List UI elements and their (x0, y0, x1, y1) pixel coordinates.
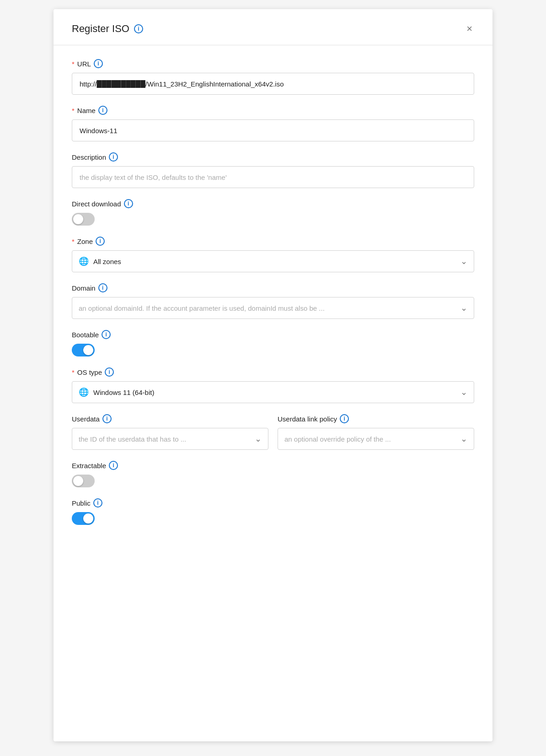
bootable-field-group: Bootable i (72, 330, 474, 356)
close-button[interactable]: × (465, 22, 474, 36)
public-toggle-container (72, 512, 474, 525)
domain-label: Domain i (72, 283, 474, 292)
direct-download-toggle-container (72, 213, 474, 226)
url-label: * URL i (72, 59, 474, 68)
userdata-row: Userdata i the ID of the userdata that h… (72, 414, 474, 450)
name-label-text: Name (77, 107, 96, 114)
domain-label-text: Domain (72, 284, 96, 292)
extractable-label: Extractable i (72, 461, 474, 470)
url-info-icon[interactable]: i (94, 59, 103, 68)
modal-header: Register ISO i × (54, 9, 492, 45)
modal-title: Register ISO i (72, 23, 143, 35)
zone-select[interactable]: 🌐 All zones ⌄ (72, 250, 474, 272)
domain-info-icon[interactable]: i (98, 283, 107, 292)
zone-chevron-icon: ⌄ (460, 256, 467, 266)
description-label: Description i (72, 152, 474, 162)
userdata-info-icon[interactable]: i (102, 414, 112, 423)
name-field-group: * Name i (72, 106, 474, 141)
zone-required-star: * (72, 238, 75, 245)
description-field-group: Description i (72, 152, 474, 188)
public-toggle[interactable] (72, 512, 95, 525)
userdata-link-policy-select[interactable]: an optional override policy of the ... ⌄ (278, 428, 474, 450)
userdata-link-policy-chevron-icon: ⌄ (460, 434, 467, 444)
userdata-select[interactable]: the ID of the userdata that has to ... ⌄ (72, 428, 268, 450)
domain-chevron-icon: ⌄ (460, 303, 467, 313)
os-type-info-icon[interactable]: i (105, 367, 114, 377)
extractable-info-icon[interactable]: i (109, 461, 118, 470)
direct-download-label-text: Direct download (72, 200, 121, 208)
direct-download-toggle[interactable] (72, 213, 95, 226)
bootable-info-icon[interactable]: i (102, 330, 111, 339)
bootable-toggle[interactable] (72, 344, 95, 356)
title-info-icon[interactable]: i (134, 24, 143, 33)
userdata-label: Userdata i (72, 414, 268, 423)
name-required-star: * (72, 107, 75, 114)
userdata-link-policy-info-icon[interactable]: i (340, 414, 349, 423)
extractable-field-group: Extractable i (72, 461, 474, 487)
register-iso-modal: Register ISO i × * URL i * Name i (54, 9, 492, 741)
name-input[interactable] (72, 119, 474, 141)
extractable-slider (72, 475, 95, 487)
name-info-icon[interactable]: i (98, 106, 107, 115)
zone-field-group: * Zone i 🌐 All zones ⌄ (72, 237, 474, 272)
description-info-icon[interactable]: i (109, 152, 118, 162)
zone-info-icon[interactable]: i (96, 237, 105, 246)
direct-download-label: Direct download i (72, 199, 474, 208)
direct-download-info-icon[interactable]: i (124, 199, 133, 208)
modal-body: * URL i * Name i Description i (54, 45, 492, 550)
userdata-link-policy-field-group: Userdata link policy i an optional overr… (278, 414, 474, 450)
userdata-link-policy-placeholder: an optional override policy of the ... (284, 435, 460, 443)
bootable-label: Bootable i (72, 330, 474, 339)
os-type-field-group: * OS type i 🌐 Windows 11 (64-bit) ⌄ (72, 367, 474, 403)
bootable-toggle-container (72, 344, 474, 356)
extractable-toggle-container (72, 475, 474, 487)
userdata-chevron-icon: ⌄ (255, 434, 262, 444)
os-type-globe-icon: 🌐 (79, 387, 89, 397)
public-info-icon[interactable]: i (93, 498, 102, 508)
os-type-chevron-icon: ⌄ (460, 387, 467, 397)
bootable-slider (72, 344, 95, 356)
zone-label: * Zone i (72, 237, 474, 246)
os-type-label: * OS type i (72, 367, 474, 377)
userdata-field-group: Userdata i the ID of the userdata that h… (72, 414, 268, 450)
zone-select-value: All zones (93, 258, 460, 265)
url-field-group: * URL i (72, 59, 474, 95)
public-field-group: Public i (72, 498, 474, 525)
public-label: Public i (72, 498, 474, 508)
extractable-label-text: Extractable (72, 462, 106, 470)
url-required-star: * (72, 60, 75, 68)
userdata-link-policy-label: Userdata link policy i (278, 414, 474, 423)
domain-field-group: Domain i an optional domainId. If the ac… (72, 283, 474, 319)
os-type-required-star: * (72, 368, 75, 376)
name-label: * Name i (72, 106, 474, 115)
zone-globe-icon: 🌐 (79, 256, 89, 266)
userdata-link-policy-label-text: Userdata link policy (278, 415, 337, 423)
public-slider (72, 512, 95, 525)
description-input[interactable] (72, 166, 474, 188)
zone-label-text: Zone (77, 238, 93, 245)
direct-download-slider (72, 213, 95, 226)
os-type-label-text: OS type (77, 368, 102, 376)
modal-title-text: Register ISO (72, 23, 129, 35)
userdata-placeholder: the ID of the userdata that has to ... (79, 435, 255, 443)
os-type-value: Windows 11 (64-bit) (93, 389, 460, 396)
public-label-text: Public (72, 499, 91, 507)
domain-select[interactable]: an optional domainId. If the account par… (72, 297, 474, 319)
url-label-text: URL (77, 60, 91, 68)
url-input[interactable] (72, 73, 474, 95)
bootable-label-text: Bootable (72, 331, 99, 339)
os-type-select[interactable]: 🌐 Windows 11 (64-bit) ⌄ (72, 381, 474, 403)
userdata-label-text: Userdata (72, 415, 100, 423)
direct-download-field-group: Direct download i (72, 199, 474, 226)
description-label-text: Description (72, 153, 106, 161)
domain-placeholder: an optional domainId. If the account par… (79, 304, 460, 312)
extractable-toggle[interactable] (72, 475, 95, 487)
